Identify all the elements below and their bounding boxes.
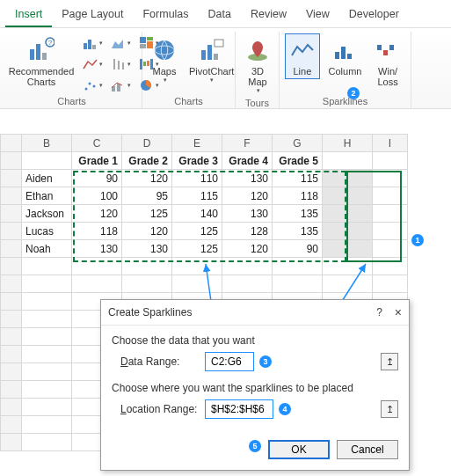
svg-rect-36 [377, 45, 382, 50]
svg-rect-28 [201, 50, 206, 60]
svg-point-8 [84, 88, 87, 91]
pivotchart-button[interactable]: PivotChart ▾ [186, 33, 236, 86]
row-3[interactable]: Ethan10095115120118 [1, 187, 408, 205]
cell[interactable]: Jackson [22, 205, 72, 223]
group-charts-label: Charts [7, 95, 136, 106]
location-range-picker[interactable]: ↥ [381, 400, 398, 418]
svg-rect-7 [92, 45, 96, 49]
callout-1: 1 [411, 234, 424, 246]
col-E[interactable]: E [172, 135, 222, 152]
recommended-charts-label: Recommended Charts [9, 66, 75, 87]
chart-stock-icon[interactable]: ▾ [109, 55, 132, 74]
callout-3: 3 [259, 355, 272, 368]
svg-rect-1 [36, 44, 40, 60]
tab-developer[interactable]: Developer [339, 4, 409, 27]
col-D[interactable]: D [122, 135, 172, 152]
svg-rect-5 [84, 43, 87, 49]
corner[interactable] [1, 135, 22, 152]
cell[interactable]: Ethan [22, 187, 72, 205]
ok-button[interactable]: OK [268, 440, 330, 459]
callout-4: 4 [279, 403, 291, 415]
tab-formulas[interactable]: Formulas [133, 4, 198, 27]
svg-marker-11 [112, 40, 123, 48]
sparkline-winloss-icon [374, 36, 402, 64]
dialog-section1: Choose the data that you want [112, 334, 398, 347]
svg-rect-31 [215, 40, 223, 47]
group-charts-label2: Charts [148, 95, 229, 106]
dialog-section2: Choose where you want the sparklines to … [112, 382, 398, 394]
cell[interactable]: Grade 4 [222, 152, 273, 170]
location-range-label: Location Range: [120, 403, 200, 415]
cell[interactable]: Grade 2 [122, 152, 172, 170]
col-C[interactable]: C [72, 135, 122, 152]
sparkline-line-button[interactable]: Line [285, 33, 320, 79]
ribbon-tabs: Insert Page Layout Formulas Data Review … [0, 0, 451, 28]
tab-view[interactable]: View [296, 4, 339, 27]
ribbon: ? Recommended Charts ▾ ▾ ▾ ▾ ▾ ▾ ▾ ▾ ▾ C… [0, 28, 451, 109]
group-tours-label: Tours [241, 97, 273, 108]
svg-rect-29 [207, 45, 212, 60]
chart-scatter-icon[interactable]: ▾ [81, 76, 104, 95]
svg-rect-6 [88, 40, 91, 49]
sparkline-column-icon [331, 36, 360, 64]
tab-insert[interactable]: Insert [5, 4, 52, 27]
sparkline-line-icon [288, 36, 316, 64]
row-4[interactable]: Jackson120125140130135 [1, 205, 408, 223]
row-6[interactable]: Noah13013012512090 [1, 240, 408, 258]
group-sparklines-label: Sparklines [285, 95, 405, 106]
location-range-input[interactable] [207, 400, 271, 418]
data-range-input[interactable] [207, 353, 251, 370]
cell[interactable]: Grade 1 [72, 152, 122, 170]
chart-bar-icon[interactable]: ▾ [81, 33, 104, 53]
chart-combo-icon[interactable]: ▾ [109, 76, 132, 95]
cell[interactable]: Grade 3 [172, 152, 222, 170]
3dmap-button[interactable]: 3D Map ▾ [241, 33, 274, 97]
row-2[interactable]: Aiden90120110130115 [1, 170, 408, 187]
callout-2: 2 [347, 87, 360, 99]
close-icon[interactable]: × [395, 305, 402, 319]
svg-rect-38 [389, 45, 394, 50]
3dmap-icon [244, 36, 272, 64]
data-range-picker[interactable]: ↥ [381, 353, 398, 370]
maps-button[interactable]: Maps ▾ [148, 33, 181, 86]
tab-page-layout[interactable]: Page Layout [52, 4, 133, 27]
maps-icon [150, 36, 178, 64]
tab-data[interactable]: Data [199, 4, 241, 27]
cell[interactable]: Aiden [22, 170, 72, 187]
recommended-charts-button[interactable]: ? Recommended Charts [7, 33, 76, 90]
cell-H2[interactable] [323, 170, 373, 187]
svg-point-9 [88, 83, 91, 85]
svg-point-10 [92, 85, 95, 88]
cell[interactable]: Grade 5 [273, 152, 323, 170]
callout-5: 5 [249, 440, 261, 452]
svg-rect-35 [347, 54, 352, 59]
svg-point-26 [155, 40, 174, 60]
help-icon[interactable]: ? [376, 306, 382, 319]
chart-line-icon[interactable]: ▾ [81, 55, 104, 74]
cell[interactable]: Noah [22, 240, 72, 258]
row-5[interactable]: Lucas118120125128135 [1, 223, 408, 240]
svg-rect-30 [214, 54, 218, 60]
cell[interactable]: Lucas [22, 223, 72, 240]
svg-rect-16 [117, 84, 120, 92]
col-G[interactable]: G [273, 135, 323, 152]
chart-area-icon[interactable]: ▾ [109, 33, 132, 53]
pivotchart-icon [198, 36, 226, 64]
create-sparklines-dialog: Create Sparklines ? × Choose the data th… [100, 299, 410, 471]
col-I[interactable]: I [373, 135, 408, 152]
svg-rect-37 [383, 50, 388, 55]
col-F[interactable]: F [222, 135, 273, 152]
dialog-title: Create Sparklines [108, 306, 192, 319]
svg-rect-2 [42, 53, 47, 60]
col-H[interactable]: H [323, 135, 373, 152]
sparkline-column-button[interactable]: Column [325, 33, 365, 79]
svg-rect-33 [335, 52, 339, 59]
svg-rect-0 [30, 49, 34, 60]
cell-H6[interactable] [323, 240, 373, 258]
tab-review[interactable]: Review [241, 4, 296, 27]
sparkline-winloss-button[interactable]: Win/ Loss [370, 33, 405, 90]
cancel-button[interactable]: Cancel [337, 440, 398, 459]
col-B[interactable]: B [22, 135, 72, 152]
svg-rect-34 [341, 47, 346, 59]
row-1[interactable]: Grade 1 Grade 2 Grade 3 Grade 4 Grade 5 [1, 152, 408, 170]
